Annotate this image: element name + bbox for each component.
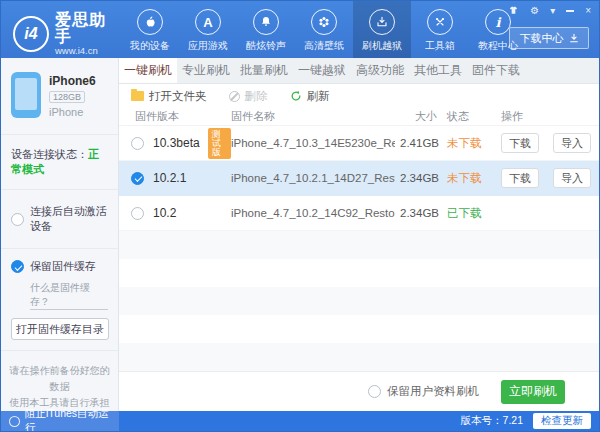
firmware-row-10-2[interactable]: 10.2 iPhone_4.7_10.2_14C92_Restore.ipsw … [119,196,599,231]
firmware-row-10-3beta[interactable]: 10.3beta 测试版 iPhone_4.7_10.3_14E5230e_Re… [119,126,599,161]
empty-row [119,343,599,371]
firmware-version: 10.2.1 [153,171,186,185]
app-window: i4 爱思助手 www.i4.cn 我的设备 A 应用游戏 酷炫铃声 [0,0,600,432]
info-icon: i [485,9,511,35]
beta-badge: 测试版 [208,128,231,159]
firmware-cache-panel: 保留固件缓存 什么是固件缓存？ 打开固件缓存目录 [1,249,118,351]
import-button[interactable]: 导入 [553,168,591,188]
firmware-size: 2.41GB [395,137,447,149]
nav-apps-games[interactable]: A 应用游戏 [179,1,237,58]
version-label: 版本号：7.21 [461,414,523,428]
delete-button[interactable]: 删除 [229,89,268,104]
download-button[interactable]: 下载 [501,133,539,153]
row-radio[interactable] [131,207,144,220]
keep-user-data-radio[interactable] [368,385,381,398]
row-radio[interactable] [131,172,144,185]
open-folder-button[interactable]: 打开文件夹 [131,89,207,104]
auto-activate-label: 连接后自动激活设备 [30,204,108,234]
auto-activate-panel: 连接后自动激活设备 [1,190,118,249]
row-radio[interactable] [131,137,144,150]
col-firmware-version: 固件版本 [135,109,231,124]
apple-icon [137,9,163,35]
tab-other-tools[interactable]: 其他工具 [409,58,467,83]
sidebar: iPhone6 128GB iPhone 设备连接状态：正常模式 连接后自动激活… [1,58,119,411]
folder-icon [131,91,144,101]
app-logo: i4 爱思助手 www.i4.cn [1,1,119,58]
toolbar: 打开文件夹 删除 刷新 [119,84,599,108]
connection-status-panel: 设备连接状态：正常模式 [1,135,118,190]
tab-firmware-download[interactable]: 固件下载 [467,58,525,83]
window-controls: ⚙ ▾ × [508,5,591,16]
skin-icon[interactable] [508,5,519,16]
appstore-icon: A [195,9,221,35]
firmware-size: 2.34GB [395,207,447,219]
title-bar: i4 爱思助手 www.i4.cn 我的设备 A 应用游戏 酷炫铃声 [1,1,599,58]
tab-bar: 一键刷机 专业刷机 批量刷机 一键越狱 高级功能 其他工具 固件下载 [119,58,599,84]
flash-icon [369,9,395,35]
main-nav: 我的设备 A 应用游戏 酷炫铃声 高清壁纸 [121,1,527,58]
device-capacity-badge: 128GB [49,91,85,103]
delete-icon [229,91,240,102]
empty-row [119,259,599,288]
firmware-version: 10.2 [153,206,176,220]
block-itunes-label: 阻止iTunes自动运行 [25,407,119,432]
warning-line-1: 请在操作前备份好您的数据 [9,363,110,395]
toolbox-icon [427,9,453,35]
download-button[interactable]: 下载 [501,168,539,188]
firmware-size: 2.34GB [395,172,447,184]
tab-one-click-flash[interactable]: 一键刷机 [119,58,177,83]
status-badge: 未下载 [447,136,501,151]
device-name: iPhone6 [49,74,96,88]
import-button[interactable]: 导入 [553,133,591,153]
col-status: 状态 [447,109,501,124]
nav-flash-jailbreak[interactable]: 刷机越狱 [353,1,411,58]
device-panel: iPhone6 128GB iPhone [1,58,118,135]
block-itunes-checkbox[interactable] [9,416,20,427]
minimize-icon[interactable] [566,10,574,12]
firmware-row-10-2-1[interactable]: 10.2.1 iPhone_4.7_10.2.1_14D27_Restore.i… [119,161,599,196]
app-url: www.i4.cn [55,46,119,56]
close-icon[interactable]: × [585,6,591,16]
refresh-button[interactable]: 刷新 [290,89,330,104]
empty-row [119,315,599,344]
firmware-name: iPhone_4.7_10.2_14C92_Restore.ipsw [231,207,395,219]
app-title: 爱思助手 [55,11,119,46]
tab-pro-flash[interactable]: 专业刷机 [177,58,235,83]
col-firmware-name: 固件名称 [231,109,395,124]
empty-row [119,231,599,259]
open-cache-dir-button[interactable]: 打开固件缓存目录 [11,318,109,340]
refresh-icon [290,90,302,102]
flash-action-bar: 保留用户资料刷机 立即刷机 [119,371,599,411]
settings-icon[interactable]: ⚙ [530,6,539,16]
download-center-button[interactable]: 下载中心 [509,27,589,49]
bell-icon [253,9,279,35]
nav-ringtones[interactable]: 酷炫铃声 [237,1,295,58]
main-panel: 一键刷机 专业刷机 批量刷机 一键越狱 高级功能 其他工具 固件下载 打开文件夹… [119,58,599,411]
auto-activate-checkbox[interactable] [11,213,24,226]
table-header: 固件版本 固件名称 大小 状态 操作 [119,108,599,126]
firmware-name: iPhone_4.7_10.2.1_14D27_Restore.ipsw [231,172,395,184]
what-is-cache-link[interactable]: 什么是固件缓存？ [30,281,108,310]
iphone-icon [11,72,41,118]
flash-now-button[interactable]: 立即刷机 [501,380,565,404]
keep-cache-checkbox[interactable] [11,260,24,273]
i4-logo-icon: i4 [13,16,49,52]
device-model: iPhone [49,106,96,118]
download-icon [569,33,579,43]
empty-row [119,287,599,315]
nav-wallpapers[interactable]: 高清壁纸 [295,1,353,58]
status-badge: 已下载 [447,206,501,221]
tab-advanced[interactable]: 高级功能 [351,58,409,83]
col-operation: 操作 [501,109,599,124]
check-update-button[interactable]: 检查更新 [533,413,591,429]
tab-one-click-jailbreak[interactable]: 一键越狱 [293,58,351,83]
block-itunes-toggle[interactable]: 阻止iTunes自动运行 [1,411,119,431]
wallpaper-icon [311,9,337,35]
tab-batch-flash[interactable]: 批量刷机 [235,58,293,83]
dropdown-icon[interactable]: ▾ [550,6,555,16]
nav-my-device[interactable]: 我的设备 [121,1,179,58]
nav-toolbox[interactable]: 工具箱 [411,1,469,58]
firmware-name: iPhone_4.7_10.3_14E5230e_Restore.ipsw [231,137,395,149]
firmware-version: 10.3beta [153,136,200,150]
col-size: 大小 [395,109,447,124]
